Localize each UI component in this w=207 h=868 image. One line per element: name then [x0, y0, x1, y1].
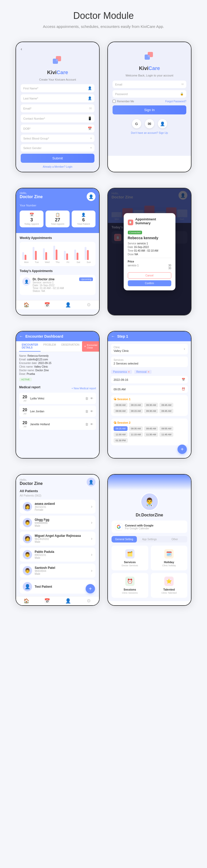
encounter-screen: ← Encounter Dashboard ENCOUNTER DETAILS … [16, 332, 99, 458]
patient-action-4[interactable]: › [91, 552, 93, 557]
tag-removal[interactable]: Removal ✕ [134, 370, 152, 374]
settings-talented-card[interactable]: ⭐ Talented Clinic Talented [151, 573, 188, 598]
remember-checkbox[interactable] [112, 100, 116, 103]
add-report-btn[interactable]: + New Medical report [71, 387, 96, 390]
login-password-field[interactable]: Password 🔒 [112, 90, 186, 98]
settings-sessions-card[interactable]: ⏰ Sessions Clinic Sessions [111, 573, 148, 598]
slot-s8[interactable]: 11:45 AM [159, 432, 173, 437]
profile-avatar: 👨‍⚕️ [140, 493, 159, 511]
clinic-field[interactable]: Clinic Valley Clinic ▾ [111, 344, 188, 354]
profile-tab-general[interactable]: General Setting [111, 536, 137, 542]
gender-field[interactable]: Select Gender ▾ [21, 144, 95, 152]
email-field[interactable]: Email* ✉ [21, 104, 95, 113]
field-icon-email: ✉ [89, 106, 92, 110]
patient-action-5[interactable]: › [91, 568, 93, 573]
connect-info: Connect with Google For Google Calender [125, 524, 184, 530]
sign-in-button[interactable]: Sign In [112, 105, 186, 115]
slot-s3[interactable]: 09:45 AM [144, 426, 158, 431]
remove-removal[interactable]: ✕ [148, 370, 150, 373]
first-name-label: First Name* [23, 87, 38, 90]
slot-s9[interactable]: 01:30 PM [113, 438, 128, 443]
patient-1: 👩 aeaea avdavd 30232231 Female › [20, 500, 96, 514]
nav-home[interactable]: 🏠 [16, 302, 37, 308]
first-name-field[interactable]: First Name* 👤 [21, 84, 95, 92]
enc-tab-details[interactable]: ENCOUNTER DETAILS [19, 341, 41, 351]
tag-panoramica[interactable]: Panoramica ✕ [111, 370, 132, 374]
remove-panoramica[interactable]: ✕ [128, 370, 130, 373]
delete-icon-2[interactable]: 🗑 [85, 409, 88, 413]
step1-back-icon[interactable]: ← [111, 334, 115, 339]
profile-tab-app[interactable]: App Settings [137, 536, 162, 542]
slot-s7[interactable]: 11:30 AM [144, 432, 158, 437]
nav-patients[interactable]: 👤 [58, 302, 78, 308]
user-login-btn[interactable]: 👤 [158, 119, 167, 128]
slot-3[interactable]: 09:30 AM [144, 403, 158, 407]
fab-button[interactable]: + [178, 444, 187, 454]
dob-field[interactable]: DOB* 📅 [21, 125, 95, 132]
today-apt-card: 👤 Dr. Doctor zine Service: servicio 1 Da… [20, 275, 96, 295]
enc-doctor: Doctor name: Doctor Zine [19, 369, 96, 372]
slot-2[interactable]: 09:15 AM [129, 403, 143, 407]
slot-4[interactable]: 09:45 AM [159, 403, 173, 407]
nav2-home[interactable]: 🏠 [16, 598, 37, 604]
delete-icon-3[interactable]: 🗑 [85, 423, 88, 426]
slot-s6[interactable]: 11:15 AM [129, 432, 143, 437]
enc-tab-problem[interactable]: PROBLEM [41, 341, 58, 351]
submit-button[interactable]: Submit [21, 154, 95, 163]
slot-s4[interactable]: 09:55 AM [159, 426, 173, 431]
view-icon-3[interactable]: 👁 [90, 423, 94, 426]
last-name-field[interactable]: Last Name* 👤 [21, 94, 95, 102]
sun2-icon: 🌤 [113, 421, 117, 424]
patient-action-2[interactable]: › [91, 520, 93, 525]
settings-services-card[interactable]: 🗂️ Services Doctor Services [111, 546, 148, 570]
back-button[interactable]: ‹ [21, 47, 22, 52]
session1-card: 🌤 Session 1 09:00 AM 09:15 AM 09:30 AM 0… [111, 395, 188, 416]
nav2-settings[interactable]: ⚙ [78, 598, 99, 604]
enc-back-icon[interactable]: ← [19, 334, 23, 339]
forgot-password-link[interactable]: Forgot Password? [165, 100, 186, 103]
nav2-patients[interactable]: 👤 [58, 598, 78, 604]
mail-login-btn[interactable]: ✉ [145, 119, 154, 128]
nav-calendar[interactable]: 📅 [37, 302, 57, 308]
slot-6[interactable]: 09:15 AM [129, 409, 143, 413]
slot-s5[interactable]: 11:00 AM [113, 432, 128, 437]
modal-cancel-button[interactable]: Cancel [128, 272, 171, 279]
services-field-inner: Services 2 Services selected [113, 359, 138, 365]
slot-1[interactable]: 09:00 AM [113, 403, 128, 407]
login-link[interactable]: Login [66, 165, 72, 168]
connect-google-card: Connect with Google For Google Calender [111, 521, 187, 533]
google-login-btn[interactable]: G [132, 119, 141, 128]
login-email-field[interactable]: Email ✉ [112, 81, 186, 88]
login-logo-text: KiviCare [112, 65, 186, 71]
date-field[interactable]: 2022-09-16 📅 [111, 376, 188, 383]
slot-8[interactable]: 09:45 AM [159, 409, 173, 413]
patient-action-1[interactable]: › [91, 504, 93, 509]
contact-field[interactable]: Contact Number* 📱 [21, 115, 95, 122]
profile-tab-other[interactable]: Other [162, 536, 187, 542]
step1-title: Step 1 [117, 334, 128, 338]
clinic-value: Valley Clinic [113, 349, 129, 352]
slot-s1[interactable]: 09:25 AM [113, 426, 128, 431]
slot-7[interactable]: 09:30 AM [144, 409, 158, 413]
patient-action-3[interactable]: › [91, 536, 93, 541]
nav-settings[interactable]: ⚙ [78, 302, 99, 308]
slot-s2[interactable]: 09:35 AM [129, 426, 143, 431]
enc-tabs: ENCOUNTER DETAILS PROBLEM OBSERVATION ✕ … [16, 341, 99, 352]
view-icon-2[interactable]: 👁 [90, 409, 94, 413]
slot-5[interactable]: 09:00 AM [113, 409, 128, 413]
label-sat: Sat [74, 261, 82, 264]
enc-tab-observation[interactable]: OBSERVATION [58, 341, 82, 351]
settings-holiday-card[interactable]: 🗓️ Holiday Clinic holiday [151, 546, 188, 570]
services-field[interactable]: Services 2 Services selected [111, 356, 188, 367]
modal-confirm-button[interactable]: Confirm [128, 280, 171, 286]
view-icon-1[interactable]: 👁 [90, 397, 94, 400]
modal-time: Time 01:40 AM - 02:10 AM [128, 249, 171, 252]
holiday-icon: 🗓️ [164, 549, 174, 559]
nav2-calendar[interactable]: 📅 [37, 598, 57, 604]
blood-group-field[interactable]: Select Blood Group* ▾ [21, 134, 95, 142]
sign-up-link[interactable]: Sign Up [159, 131, 168, 134]
encounter-close-btn[interactable]: ✕ Encounter Close [82, 341, 100, 351]
delete-icon-1[interactable]: 🗑 [85, 397, 88, 400]
patients-fab-btn[interactable]: + [86, 584, 95, 593]
time-field[interactable]: 09:05 AM ⏰ [111, 385, 188, 393]
